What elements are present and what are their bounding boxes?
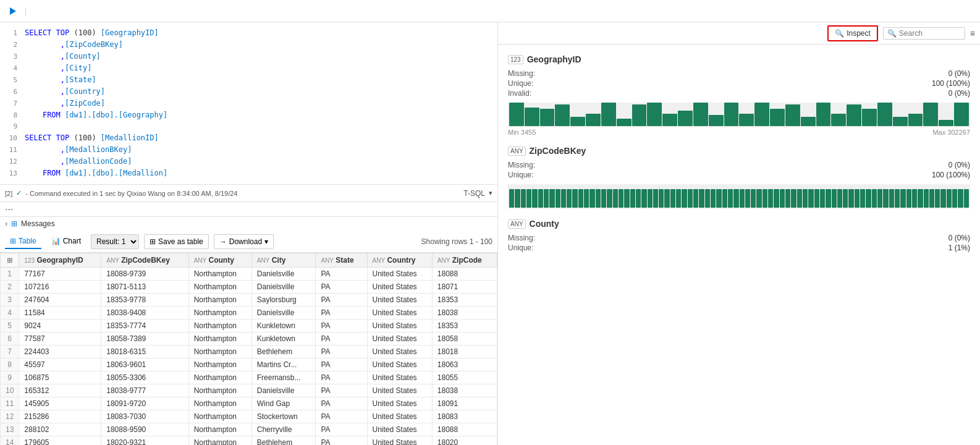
rows-info: Showing rows 1 - 100 [421,237,492,246]
search-box[interactable]: 🔍 [883,27,965,40]
histogram-bar [662,114,677,126]
cell-county: Northampton [188,397,251,410]
inspect-title-geographyid: 123 GeographyID [508,54,970,64]
histogram-bar [843,189,848,208]
histogram-bar [877,103,892,126]
cell-geographyid: 215286 [19,410,101,423]
cell-state: PA [316,423,367,436]
table-tab-icon: ⊞ [10,237,16,245]
search-input[interactable] [899,29,961,38]
cell-state: PA [316,358,367,371]
col-header-county[interactable]: ANY County [188,253,251,268]
hist-range-geographyid: Min 3455 Max 302267 [508,129,970,136]
table-row[interactable]: 11 145905 18091-9720 Northampton Wind Ga… [1,397,497,410]
histogram-bar [906,189,911,208]
stat-invalid-geographyid: Invalid: 0 (0%) [508,89,970,98]
cell-geographyid: 77167 [19,268,101,281]
table-row[interactable]: 12 215286 18083-7030 Northampton Stocker… [1,410,497,423]
table-row[interactable]: 2 107216 18071-5113 Northampton Danielsv… [1,281,497,294]
row-num-cell: 1 [1,268,19,281]
dots-menu[interactable]: ··· [0,202,497,217]
result-select[interactable]: Result: 1 Result: 2 [91,234,139,249]
filter-button[interactable]: ≡ [970,28,975,38]
inspect-icon: 🔍 [835,29,844,38]
histogram-bar [826,189,830,208]
histogram-bar [866,189,871,208]
cell-geographyid: 288102 [19,423,101,436]
histogram-bar [532,189,537,208]
tab-chart[interactable]: 📊 Chart [46,234,86,249]
download-icon: → [219,237,227,246]
tab-table[interactable]: ⊞ Table [5,234,41,249]
histogram-bar [540,109,555,126]
col-header-rownum: ⊞ [1,253,19,268]
row-num-cell: 8 [1,358,19,371]
col-header-zipcode[interactable]: ANY ZipCode [432,253,497,268]
histogram-bar [705,189,710,208]
histogram-bar [589,189,594,208]
histogram-bar [607,189,612,208]
cell-zipcodebkey: 18088-9739 [101,268,188,281]
table-row[interactable]: 13 288102 18088-9590 Northampton Cherryv… [1,423,497,436]
inspect-button[interactable]: 🔍 Inspect [827,25,878,41]
histogram-bar [572,189,577,208]
cell-city: Stockertown [251,410,316,423]
chevron-right-icon: › [5,219,7,228]
code-editor[interactable]: 1SELECT TOP (100) [GeographyID] 2 ,[ZipC… [0,22,497,185]
table-row[interactable]: 14 179605 18020-9321 Northampton Bethleh… [1,436,497,446]
row-num-cell: 2 [1,281,19,294]
cell-country: United States [367,371,432,384]
table-row[interactable]: 1 77167 18088-9739 Northampton Danielsvi… [1,268,497,281]
col-header-zipcodebkey[interactable]: ANY ZipCodeBKey [101,253,188,268]
histogram-bar [693,103,708,126]
histogram-bar [814,189,819,208]
cell-state: PA [316,281,367,294]
cell-zipcode: 18038 [432,384,497,397]
results-table-container[interactable]: ⊞ 123 GeographyID ANY ZipCodeBKey ANY Co… [0,253,497,445]
inspect-panel: 🔍 Inspect 🔍 ≡ 123 GeographyID Missing: 0… [498,22,980,445]
cell-geographyid: 77587 [19,333,101,345]
cell-city: Cherryville [251,423,316,436]
stat-unique-county: Unique: 1 (1%) [508,244,970,252]
table-row[interactable]: 3 247604 18353-9778 Northampton Saylorsb… [1,294,497,307]
table-row[interactable]: 5 9024 18353-7774 Northampton Kunkletown… [1,320,497,333]
histogram-bar [555,104,570,126]
histogram-bar [739,114,754,126]
table-row[interactable]: 7 224403 18018-6315 Northampton Bethlehe… [1,345,497,358]
cell-country: United States [367,397,432,410]
table-row[interactable]: 9 106875 18055-3306 Northampton Freemans… [1,371,497,384]
table-row[interactable]: 10 165312 18038-9777 Northampton Daniels… [1,384,497,397]
dots-icon[interactable]: ··· [5,204,13,215]
inspect-section-geographyid: 123 GeographyID Missing: 0 (0%) Unique: … [508,54,970,136]
cell-country: United States [367,358,432,371]
histogram-bar [816,103,831,126]
status-message: - Command executed in 1 sec by Qixiao Wa… [25,190,237,197]
cell-city: Bethlehem [251,345,316,358]
inspect-content: 123 GeographyID Missing: 0 (0%) Unique: … [498,44,980,445]
col-header-geographyid[interactable]: 123 GeographyID [19,253,101,268]
histogram-bar [728,189,733,208]
run-button[interactable] [5,4,20,19]
col-header-city[interactable]: ANY City [251,253,316,268]
cell-country: United States [367,436,432,446]
cell-country: United States [367,423,432,436]
cell-city: Danielsville [251,281,316,294]
cell-city: Wind Gap [251,397,316,410]
save-as-table-button[interactable]: ⊞ Save as table [144,234,209,249]
cell-zipcodebkey: 18038-9777 [101,384,188,397]
download-button[interactable]: → Download ▾ [214,234,274,249]
table-row[interactable]: 6 77587 18058-7389 Northampton Kunkletow… [1,333,497,345]
cell-city: Danielsville [251,268,316,281]
histogram-bar [808,189,813,208]
col-header-state[interactable]: ANY State [316,253,367,268]
histogram-bar [570,117,585,126]
col-header-country[interactable]: ANY Country [367,253,432,268]
table-row[interactable]: 4 11584 18038-9408 Northampton Danielsvi… [1,307,497,320]
cell-country: United States [367,345,432,358]
status-bar: [2] ✓ - Command executed in 1 sec by Qix… [0,185,497,202]
histogram-bar [653,189,658,208]
table-row[interactable]: 8 45597 18063-9601 Northampton Martins C… [1,358,497,371]
cell-zipcode: 18020 [432,436,497,446]
histogram-bar [785,189,790,208]
histogram-bar [521,189,526,208]
